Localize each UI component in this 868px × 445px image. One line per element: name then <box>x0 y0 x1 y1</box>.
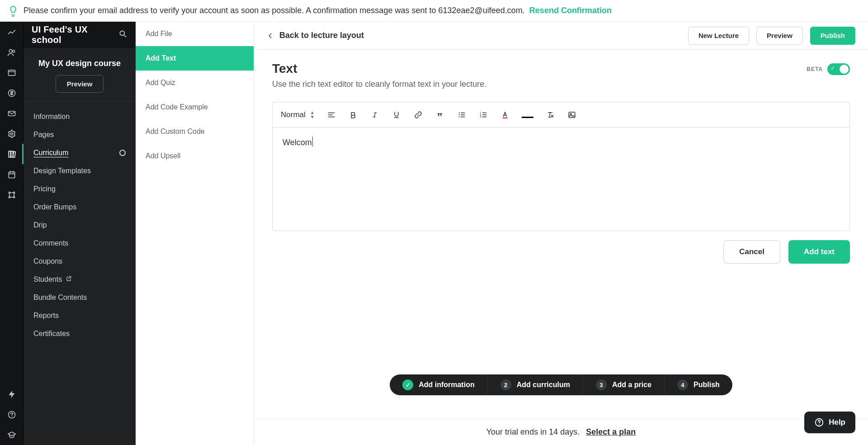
format-select[interactable]: Normal ▲▼ <box>281 110 315 119</box>
rail-power-icon[interactable] <box>0 384 24 404</box>
image-icon[interactable] <box>567 110 577 120</box>
step-label: Publish <box>693 381 720 389</box>
global-rail <box>0 22 24 445</box>
content-type-list: Add FileAdd TextAdd QuizAdd Code Example… <box>136 22 254 445</box>
external-link-icon <box>66 275 72 283</box>
italic-icon[interactable] <box>370 110 380 120</box>
sidebar-item-bundle-contents[interactable]: Bundle Contents <box>24 289 136 307</box>
resend-confirmation-link[interactable]: Resend Confirmation <box>529 6 612 15</box>
content-type-add-code-example[interactable]: Add Code Example <box>136 95 254 119</box>
step-label: Add information <box>419 381 475 389</box>
step-add-information[interactable]: ✓Add information <box>390 374 488 395</box>
editor-text: Welcom <box>283 138 312 147</box>
highlight-icon[interactable] <box>522 112 533 118</box>
lightbulb-icon <box>7 5 19 17</box>
content-type-add-file[interactable]: Add File <box>136 22 254 46</box>
sidebar-item-label: Pricing <box>33 185 56 193</box>
trial-bar: Your trial ends in 14 days. Select a pla… <box>254 419 868 445</box>
trial-text: Your trial ends in 14 days. <box>486 427 580 437</box>
step-add-curriculum[interactable]: 2Add curriculum <box>488 374 583 395</box>
bold-icon[interactable] <box>348 110 358 120</box>
rail-graduation-icon[interactable] <box>0 425 24 445</box>
sidebar-item-reports[interactable]: Reports <box>24 307 136 325</box>
rail-site-icon[interactable] <box>0 62 24 83</box>
step-publish[interactable]: 4Publish <box>665 374 732 395</box>
svg-rect-7 <box>9 151 10 157</box>
svg-point-37 <box>458 116 459 117</box>
publish-button[interactable]: Publish <box>810 27 855 45</box>
select-plan-link[interactable]: Select a plan <box>586 427 636 437</box>
svg-line-26 <box>124 35 126 37</box>
quote-icon[interactable] <box>435 110 445 120</box>
course-box: My UX design course Preview <box>24 48 136 101</box>
svg-point-35 <box>458 112 459 113</box>
sidebar-item-students[interactable]: Students <box>24 270 136 289</box>
content-type-add-text[interactable]: Add Text <box>136 46 254 71</box>
number-list-icon[interactable]: 123 <box>478 110 488 120</box>
new-lecture-button[interactable]: New Lecture <box>688 27 749 45</box>
sidebar-item-coupons[interactable]: Coupons <box>24 252 136 270</box>
align-icon[interactable] <box>326 110 336 120</box>
svg-point-36 <box>458 114 459 115</box>
sidebar-item-label: Order Bumps <box>33 203 76 211</box>
underline-icon[interactable] <box>392 110 401 120</box>
sidebar-item-label: Reports <box>33 312 59 320</box>
beta-toggle[interactable]: ✓ <box>827 63 850 75</box>
content-type-add-upsell[interactable]: Add Upsell <box>136 144 254 168</box>
rail-apps-icon[interactable] <box>0 185 24 205</box>
rail-courses-icon[interactable] <box>0 144 24 164</box>
sidebar-item-comments[interactable]: Comments <box>24 234 136 252</box>
sidebar-item-label: Bundle Contents <box>33 294 87 302</box>
rail-email-icon[interactable] <box>0 103 24 123</box>
sidebar-item-label: Design Templates <box>33 167 91 175</box>
svg-rect-2 <box>8 70 15 76</box>
svg-point-25 <box>120 31 124 35</box>
rail-help-icon[interactable] <box>0 404 24 425</box>
sidebar-item-information[interactable]: Information <box>24 108 136 126</box>
step-number: 2 <box>500 379 511 390</box>
back-link[interactable]: Back to lecture layout <box>267 31 364 40</box>
sidebar-item-label: Students <box>33 275 72 284</box>
add-text-button[interactable]: Add text <box>788 240 850 264</box>
sidebar-item-certificates[interactable]: Certificates <box>24 325 136 343</box>
editor-body[interactable]: Welcom <box>273 128 849 231</box>
text-cursor <box>312 137 313 147</box>
step-number: 4 <box>677 379 688 390</box>
course-preview-button[interactable]: Preview <box>56 75 104 93</box>
course-name: My UX design course <box>31 58 128 69</box>
beta-toggle-wrap: BETA ✓ <box>807 62 850 75</box>
rail-sales-icon[interactable] <box>0 83 24 103</box>
course-sidebar: UI Feed's UX school My UX design course … <box>24 22 136 445</box>
sidebar-item-label: Curriculum <box>33 149 68 157</box>
step-label: Add curriculum <box>517 381 570 389</box>
sidebar-item-label: Certificates <box>33 330 70 338</box>
cancel-button[interactable]: Cancel <box>723 240 780 264</box>
text-color-icon[interactable] <box>500 110 510 120</box>
confirmation-banner: Please confirm your email address to ver… <box>0 0 868 22</box>
sidebar-item-curriculum[interactable]: Curriculum <box>24 144 136 162</box>
step-add-a-price[interactable]: 3Add a price <box>583 374 665 395</box>
help-circle-icon <box>814 417 824 427</box>
sidebar-item-order-bumps[interactable]: Order Bumps <box>24 198 136 216</box>
rich-text-editor: Normal ▲▼ 123 Welc <box>272 102 850 231</box>
sidebar-item-pages[interactable]: Pages <box>24 126 136 144</box>
sidebar-item-design-templates[interactable]: Design Templates <box>24 162 136 180</box>
rail-users-icon[interactable] <box>0 42 24 62</box>
rail-analytics-icon[interactable] <box>0 22 24 42</box>
content-type-add-custom-code[interactable]: Add Custom Code <box>136 119 254 144</box>
editor-toolbar: Back to lecture layout New Lecture Previ… <box>254 22 868 50</box>
content-type-add-quiz[interactable]: Add Quiz <box>136 71 254 95</box>
preview-button[interactable]: Preview <box>756 27 803 45</box>
bullet-list-icon[interactable] <box>457 110 467 120</box>
rail-settings-icon[interactable] <box>0 123 24 144</box>
search-icon[interactable] <box>118 29 127 40</box>
clear-format-icon[interactable] <box>545 110 555 120</box>
link-icon[interactable] <box>413 110 423 120</box>
sidebar-item-drip[interactable]: Drip <box>24 216 136 234</box>
sidebar-item-pricing[interactable]: Pricing <box>24 180 136 198</box>
help-button[interactable]: Help <box>804 412 855 433</box>
rail-calendar-icon[interactable] <box>0 164 24 185</box>
editor-format-toolbar: Normal ▲▼ 123 <box>273 102 849 128</box>
school-title[interactable]: UI Feed's UX school <box>32 24 113 45</box>
status-dot-icon <box>119 150 126 156</box>
